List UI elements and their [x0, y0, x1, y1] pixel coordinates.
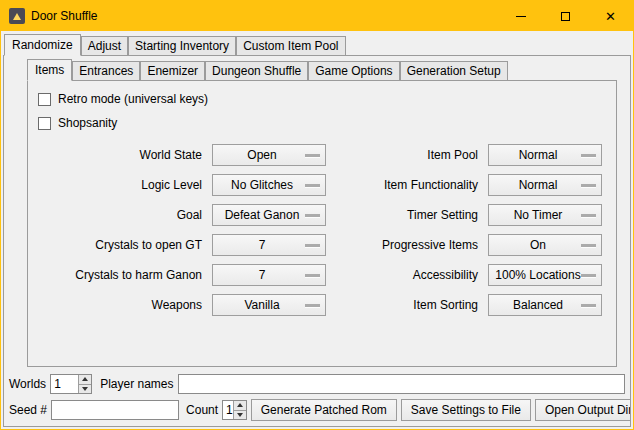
logic-level-label: Logic Level: [36, 178, 204, 192]
tab-dungeon-shuffle[interactable]: Dungeon Shuffle: [205, 61, 308, 81]
tab-game-options[interactable]: Game Options: [308, 61, 399, 81]
tab-enemizer[interactable]: Enemizer: [140, 61, 205, 81]
item-functionality-dropdown[interactable]: Normal: [488, 174, 602, 196]
tab-starting-inventory[interactable]: Starting Inventory: [128, 36, 236, 56]
shopsanity-checkbox[interactable]: [38, 117, 51, 130]
player-names-input[interactable]: [178, 374, 626, 394]
item-sorting-label: Item Sorting: [334, 298, 480, 312]
app-icon: [9, 8, 25, 24]
tab-randomize[interactable]: Randomize: [4, 34, 81, 56]
item-functionality-label: Item Functionality: [334, 178, 480, 192]
tab-entrances[interactable]: Entrances: [72, 61, 140, 81]
item-sorting-dropdown[interactable]: Balanced: [488, 294, 602, 316]
dropdown-indicator-icon: [581, 304, 596, 307]
seed-label: Seed #: [9, 403, 47, 417]
progressive-items-value: On: [530, 238, 560, 252]
item-sorting-value: Balanced: [513, 298, 577, 312]
seed-input[interactable]: [51, 400, 179, 420]
dropdown-indicator-icon: [581, 154, 596, 157]
world-state-label: World State: [36, 148, 204, 162]
dropdown-indicator-icon: [581, 244, 596, 247]
item-pool-dropdown[interactable]: Normal: [488, 144, 602, 166]
titlebar[interactable]: Door Shuffle ✕: [1, 1, 633, 31]
close-button[interactable]: ✕: [588, 1, 633, 31]
item-functionality-value: Normal: [519, 178, 572, 192]
count-value[interactable]: 1: [223, 401, 233, 419]
logic-level-dropdown[interactable]: No Glitches: [212, 174, 326, 196]
seed-row: Seed # Count 1 Generate Patched Rom Save…: [9, 399, 625, 421]
dropdown-indicator-icon: [581, 184, 596, 187]
retro-mode-checkbox[interactable]: [38, 93, 51, 106]
window-controls: ✕: [498, 1, 633, 31]
options-grid: World State Open Item Pool Normal Logic …: [36, 140, 608, 320]
retro-mode-label[interactable]: Retro mode (universal keys): [58, 92, 208, 106]
close-icon: ✕: [605, 10, 616, 23]
weapons-dropdown[interactable]: Vanilla: [212, 294, 326, 316]
dropdown-indicator-icon: [305, 184, 320, 187]
shopsanity-label[interactable]: Shopsanity: [58, 116, 117, 130]
worlds-value[interactable]: 1: [51, 375, 78, 393]
dropdown-indicator-icon: [305, 304, 320, 307]
accessibility-value: 100% Locations: [495, 268, 594, 282]
timer-setting-label: Timer Setting: [334, 208, 480, 222]
items-tab-panel: Retro mode (universal keys) Shopsanity W…: [27, 80, 617, 367]
tab-custom-item-pool[interactable]: Custom Item Pool: [236, 36, 345, 56]
worlds-down-button[interactable]: [79, 384, 91, 394]
up-arrow-icon: [237, 403, 243, 407]
goal-dropdown[interactable]: Defeat Ganon: [212, 204, 326, 226]
dropdown-indicator-icon: [305, 274, 320, 277]
minimize-icon: [516, 16, 526, 17]
logic-level-value: No Glitches: [231, 178, 307, 192]
timer-setting-dropdown[interactable]: No Timer: [488, 204, 602, 226]
crystals-gt-label: Crystals to open GT: [36, 238, 204, 252]
tab-adjust[interactable]: Adjust: [81, 36, 128, 56]
generate-patched-rom-button[interactable]: Generate Patched Rom: [251, 399, 397, 421]
worlds-spinner: [78, 375, 91, 393]
save-settings-button[interactable]: Save Settings to File: [401, 399, 531, 421]
down-arrow-icon: [237, 413, 243, 417]
accessibility-label: Accessibility: [334, 268, 480, 282]
worlds-row: Worlds 1 Player names: [9, 374, 625, 394]
item-pool-value: Normal: [519, 148, 572, 162]
timer-setting-value: No Timer: [514, 208, 577, 222]
count-up-button[interactable]: [234, 401, 246, 410]
open-output-directory-button[interactable]: Open Output Directory: [535, 399, 631, 421]
crystals-ganon-dropdown[interactable]: 7: [212, 264, 326, 286]
door-shuffle-window: Door Shuffle ✕ Randomize Adjust Starting…: [0, 0, 634, 430]
player-names-label: Player names: [100, 377, 173, 391]
dropdown-indicator-icon: [305, 154, 320, 157]
world-state-value: Open: [247, 148, 290, 162]
triforce-glyph: [13, 13, 21, 20]
randomize-panel: Items Entrances Enemizer Dungeon Shuffle…: [3, 55, 631, 427]
accessibility-dropdown[interactable]: 100% Locations: [488, 264, 602, 286]
count-spinner: [233, 401, 246, 419]
dropdown-indicator-icon: [305, 214, 320, 217]
count-down-button[interactable]: [234, 410, 246, 420]
tab-items[interactable]: Items: [27, 59, 72, 81]
weapons-value: Vanilla: [244, 298, 293, 312]
progressive-items-dropdown[interactable]: On: [488, 234, 602, 256]
dropdown-indicator-icon: [581, 274, 596, 277]
crystals-gt-value: 7: [259, 238, 280, 252]
main-tab-bar: Randomize Adjust Starting Inventory Cust…: [1, 31, 633, 56]
count-spinbox[interactable]: 1: [222, 400, 247, 420]
maximize-button[interactable]: [543, 1, 588, 31]
dropdown-indicator-icon: [305, 244, 320, 247]
dropdown-indicator-icon: [581, 214, 596, 217]
worlds-up-button[interactable]: [79, 375, 91, 384]
worlds-label: Worlds: [9, 377, 46, 391]
crystals-gt-dropdown[interactable]: 7: [212, 234, 326, 256]
minimize-button[interactable]: [498, 1, 543, 31]
crystals-ganon-value: 7: [259, 268, 280, 282]
world-state-dropdown[interactable]: Open: [212, 144, 326, 166]
sub-tab-bar: Items Entrances Enemizer Dungeon Shuffle…: [27, 59, 630, 81]
up-arrow-icon: [82, 377, 88, 381]
window-title: Door Shuffle: [31, 9, 98, 23]
tab-generation-setup[interactable]: Generation Setup: [400, 61, 508, 81]
worlds-spinbox[interactable]: 1: [50, 374, 92, 394]
item-pool-label: Item Pool: [334, 148, 480, 162]
goal-label: Goal: [36, 208, 204, 222]
count-label: Count: [186, 403, 218, 417]
maximize-icon: [561, 12, 570, 21]
crystals-ganon-label: Crystals to harm Ganon: [36, 268, 204, 282]
